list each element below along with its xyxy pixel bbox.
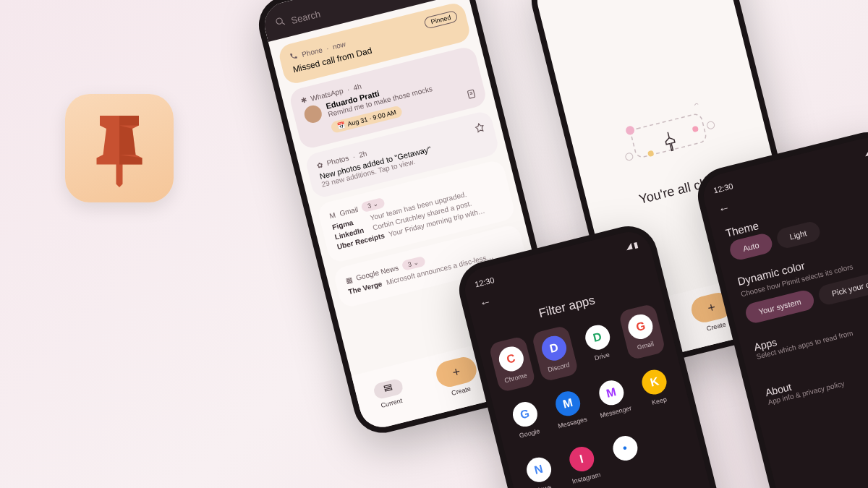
search-icon: [274, 16, 287, 31]
status-icons: ◢ ▮: [625, 240, 639, 252]
svg-point-14: [647, 150, 655, 157]
svg-point-15: [692, 125, 699, 132]
photos-icon: ✿: [316, 160, 323, 170]
list-icon: [382, 382, 394, 396]
nav-current[interactable]: Current: [372, 378, 407, 411]
svg-line-7: [469, 92, 472, 93]
news-icon: ▦: [344, 275, 352, 284]
app-tile-gmail[interactable]: GGmail: [618, 303, 665, 360]
app-tile-instagram[interactable]: IInstagram: [559, 436, 607, 488]
status-icons: ◢ ▮: [864, 146, 868, 158]
phone-icon: [289, 51, 299, 62]
avatar: [302, 103, 323, 124]
app-tile-messenger[interactable]: MMessenger: [588, 369, 637, 427]
note-icon[interactable]: [465, 88, 477, 102]
nav-create[interactable]: + Create: [433, 354, 481, 399]
svg-rect-10: [385, 388, 392, 392]
svg-line-1: [282, 22, 285, 25]
svg-point-16: [706, 121, 715, 129]
app-tile-messages[interactable]: MMessages: [545, 380, 593, 437]
plus-icon: +: [433, 354, 479, 389]
pin-icon[interactable]: [474, 121, 486, 135]
status-time: 12:30: [474, 275, 495, 289]
app-tile-keep[interactable]: KKeep: [632, 359, 680, 416]
app-tile-news[interactable]: NNews: [516, 446, 563, 488]
app-icon: [65, 94, 174, 202]
svg-point-17: [625, 152, 634, 160]
app-tile-drive[interactable]: DDrive: [574, 314, 624, 372]
calendar-icon: 📅: [336, 121, 346, 130]
gmail-icon: M: [328, 210, 336, 220]
whatsapp-icon: ✱: [300, 96, 307, 106]
svg-rect-9: [384, 385, 391, 388]
svg-line-8: [470, 94, 472, 95]
status-time: 12:30: [712, 181, 734, 195]
app-tile-app[interactable]: •: [602, 425, 651, 483]
svg-point-13: [625, 125, 636, 136]
app-tile-chrome[interactable]: CChrome: [488, 335, 536, 393]
app-tile-discord[interactable]: DDiscord: [531, 325, 579, 382]
app-tile-google[interactable]: GGoogle: [502, 391, 550, 448]
pushpin-icon: [87, 108, 152, 188]
svg-point-0: [276, 17, 283, 25]
